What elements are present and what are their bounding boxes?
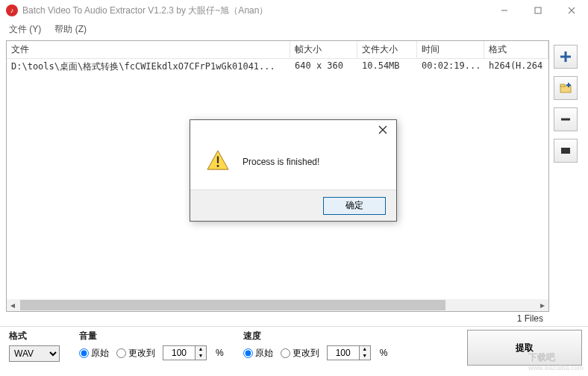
scroll-right-icon[interactable]: ▸	[537, 299, 548, 311]
speed-value[interactable]	[327, 345, 360, 360]
files-count: 1 Files	[517, 313, 543, 324]
cell-file-size: 10.54MB	[357, 59, 417, 72]
dialog-close-button[interactable]	[372, 122, 393, 137]
speed-group: 速度 原始 更改到 ▲▼ %	[243, 330, 388, 360]
col-format[interactable]: 格式	[484, 41, 548, 58]
cell-format: h264(H.264 / A	[484, 59, 548, 72]
remove-button[interactable]	[554, 107, 578, 131]
folder-plus-icon	[559, 81, 572, 95]
side-buttons	[549, 40, 582, 312]
horizontal-scrollbar[interactable]: ◂ ▸	[7, 299, 548, 311]
dialog: Process is finished! 确定	[190, 119, 397, 222]
svg-point-16	[217, 165, 219, 167]
volume-label: 音量	[79, 330, 224, 342]
table-header: 文件 帧大小 文件大小 时间 格式	[7, 41, 548, 59]
menubar: 文件 (Y) 帮助 (Z)	[0, 21, 588, 37]
dialog-ok-button[interactable]: 确定	[323, 197, 386, 215]
table-row[interactable]: D:\tools\桌面\格式转换\fcCWIEkdlxO7CFrP1wGk010…	[7, 59, 548, 72]
minimize-button[interactable]	[487, 0, 521, 21]
add-folder-button[interactable]	[554, 76, 578, 100]
status-bar: 1 Files	[0, 312, 588, 326]
speed-pct: %	[380, 348, 388, 358]
minus-icon	[559, 113, 572, 126]
col-file-size[interactable]: 文件大小	[357, 41, 417, 58]
spin-down-icon[interactable]: ▼	[196, 353, 206, 360]
svg-rect-7	[560, 84, 565, 87]
maximize-button[interactable]	[521, 0, 554, 21]
plus-icon	[559, 50, 572, 63]
clear-icon	[559, 144, 572, 157]
dialog-titlebar[interactable]	[190, 120, 396, 140]
menu-help[interactable]: 帮助 (Z)	[54, 23, 87, 36]
volume-change-radio[interactable]: 更改到	[116, 347, 155, 360]
speed-label: 速度	[243, 330, 388, 342]
format-select[interactable]: WAV	[9, 345, 60, 362]
volume-value[interactable]	[163, 345, 196, 360]
speed-spinner[interactable]: ▲▼	[327, 345, 371, 360]
add-file-button[interactable]	[554, 45, 578, 69]
speed-change-radio[interactable]: 更改到	[281, 347, 319, 360]
cell-file: D:\tools\桌面\格式转换\fcCWIEkdlxO7CFrP1wGk010…	[7, 59, 290, 72]
scroll-left-icon[interactable]: ◂	[7, 299, 19, 311]
menu-file[interactable]: 文件 (Y)	[9, 23, 41, 36]
spin-up-icon[interactable]: ▲	[360, 346, 370, 353]
volume-pct: %	[216, 348, 224, 358]
svg-rect-1	[535, 7, 541, 13]
col-file[interactable]: 文件	[7, 41, 290, 58]
bottom-panel: 格式 WAV 音量 原始 更改到 ▲▼ % 速度 原始 更改到 ▲▼	[0, 326, 588, 374]
col-time[interactable]: 时间	[417, 41, 484, 58]
spin-up-icon[interactable]: ▲	[196, 346, 206, 353]
scroll-thumb[interactable]	[20, 300, 445, 310]
svg-rect-11	[561, 148, 570, 154]
format-group: 格式 WAV	[9, 330, 60, 362]
cell-frame-size: 640 x 360	[290, 59, 357, 72]
col-frame-size[interactable]: 帧大小	[290, 41, 357, 58]
clear-button[interactable]	[554, 139, 578, 163]
dialog-message: Process is finished!	[243, 157, 319, 167]
window-title: Batch Video To Audio Extractor V1.2.3 by…	[22, 4, 487, 17]
speed-original-radio[interactable]: 原始	[243, 347, 273, 360]
volume-original-radio[interactable]: 原始	[79, 347, 109, 360]
close-icon	[378, 125, 387, 134]
extract-button[interactable]: 提取	[467, 330, 582, 366]
close-button[interactable]	[554, 0, 588, 21]
volume-spinner[interactable]: ▲▼	[163, 345, 207, 360]
warning-icon	[207, 150, 229, 173]
volume-group: 音量 原始 更改到 ▲▼ %	[79, 330, 224, 360]
format-label: 格式	[9, 330, 60, 342]
app-icon: ♪	[6, 4, 18, 16]
titlebar: ♪ Batch Video To Audio Extractor V1.2.3 …	[0, 0, 588, 21]
cell-time: 00:02:19...	[417, 59, 484, 72]
spin-down-icon[interactable]: ▼	[360, 353, 370, 360]
